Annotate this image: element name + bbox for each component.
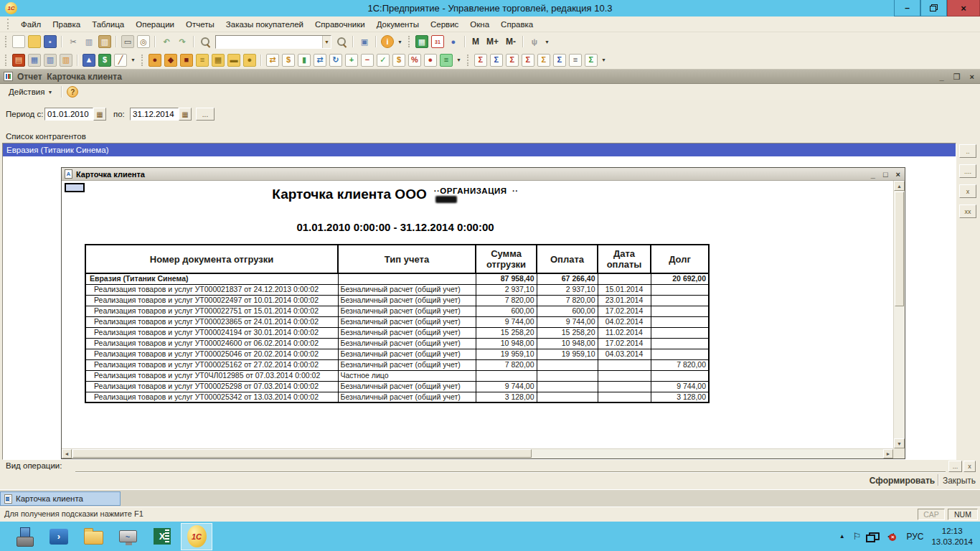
user-permissions-icon[interactable]: ●	[447, 35, 460, 48]
generate-button[interactable]: Сформировать	[868, 476, 936, 486]
find-next-icon[interactable]	[335, 35, 348, 48]
doc-post-icon[interactable]: ✓	[377, 54, 390, 67]
new-document-icon[interactable]	[12, 35, 25, 48]
report-flag-icon[interactable]: Σ	[522, 54, 534, 67]
search-combobox[interactable]: ▼	[215, 35, 331, 49]
info-icon[interactable]: i	[381, 35, 394, 48]
period-from-input[interactable]	[44, 108, 93, 121]
report-orders-icon[interactable]: Σ	[537, 54, 550, 67]
report-minimize-button[interactable]: _	[940, 73, 944, 81]
close-report-button[interactable]: Закрыть	[941, 476, 977, 486]
cash-receipt-icon[interactable]: $	[282, 54, 295, 67]
language-indicator[interactable]: РУС	[906, 532, 923, 542]
find-icon[interactable]	[199, 35, 212, 48]
clock[interactable]: 12:13 13.03.2014	[931, 526, 973, 547]
scroll-down-icon[interactable]: ▼	[894, 438, 905, 448]
scroll-right-icon[interactable]: ►	[883, 449, 893, 458]
calendar-icon[interactable]: 31	[431, 35, 444, 48]
memory-add-button[interactable]: M+	[483, 37, 502, 47]
report-sales-manager-icon[interactable]: Σ	[474, 54, 487, 67]
network-icon[interactable]	[869, 532, 880, 540]
menu-item[interactable]: Таблица	[86, 18, 130, 31]
print-form-icon[interactable]: ▥	[44, 54, 57, 67]
payment-screen-icon[interactable]: $	[98, 54, 111, 67]
tab-client-card[interactable]: Карточка клиента	[0, 491, 121, 506]
list-pick-button[interactable]: ....	[959, 164, 976, 178]
horizontal-scroll-thumb[interactable]	[72, 449, 532, 458]
vertical-scrollbar[interactable]: ▲ ▼	[893, 181, 905, 448]
doc-payment-icon[interactable]: $	[392, 54, 405, 67]
money-coins-icon[interactable]: ≡	[196, 54, 209, 67]
settings-dropdown-caret-icon[interactable]: ▼	[542, 39, 552, 44]
payment-card-icon[interactable]: ▬	[227, 54, 240, 67]
restore-button[interactable]	[920, 0, 947, 17]
card-minimize-button[interactable]: _	[871, 171, 875, 179]
window-list-icon[interactable]: ▣	[358, 35, 371, 48]
list-add-button[interactable]: ..	[959, 144, 976, 158]
menu-item[interactable]: Справочники	[309, 18, 371, 31]
menu-item[interactable]: Правка	[47, 18, 86, 31]
settings-wrench-icon[interactable]: ψ	[528, 35, 541, 48]
minimize-button[interactable]: –	[894, 0, 920, 17]
seller-cash-icon[interactable]: ■	[180, 54, 193, 67]
paste-icon[interactable]: ▥	[98, 35, 111, 48]
copy-icon[interactable]: ▥	[83, 35, 95, 48]
print-preview-icon[interactable]: ◎	[137, 35, 150, 48]
scroll-up-icon[interactable]: ▲	[894, 181, 905, 191]
doc-refresh-icon[interactable]: ↻	[329, 54, 342, 67]
help-button[interactable]: ?	[67, 86, 78, 98]
report-payments-icon[interactable]: Σ	[553, 54, 566, 67]
docs-dropdown-caret-icon[interactable]: ▼	[454, 57, 463, 62]
report-debt-icon[interactable]: Σ	[506, 54, 519, 67]
list-delete-button[interactable]: x	[959, 184, 976, 198]
memory-recall-button[interactable]: M	[468, 37, 483, 47]
coins-stack-icon[interactable]: ●	[243, 54, 256, 67]
report-restore-button[interactable]: ❒	[953, 73, 961, 81]
operation-clear-button[interactable]: x	[963, 461, 976, 472]
menu-item[interactable]: Справка	[495, 18, 539, 31]
report-book-icon[interactable]: ▤	[12, 54, 25, 67]
search-dropdown-icon[interactable]: ▼	[322, 36, 331, 48]
seller-payment-icon[interactable]: ◆	[164, 54, 177, 67]
calculator-icon[interactable]: ▦	[415, 35, 428, 48]
actions-menu-button[interactable]: Действия ▼	[4, 86, 57, 98]
menu-item[interactable]: Сервис	[425, 18, 464, 31]
report-list-icon[interactable]: ≡	[569, 54, 582, 67]
menu-item[interactable]: Документы	[371, 18, 425, 31]
print-report-icon[interactable]: ▦	[28, 54, 41, 67]
signature-icon[interactable]: ╱	[114, 54, 127, 67]
volume-muted-icon[interactable]: ×	[887, 533, 894, 540]
save-icon[interactable]: ▪	[44, 35, 57, 48]
action-center-flag-icon[interactable]: ⚐	[853, 531, 862, 542]
operation-more-button[interactable]: ...	[948, 461, 962, 472]
menu-item[interactable]: Файл	[15, 18, 47, 31]
report-client-summary-icon[interactable]: Σ	[490, 54, 503, 67]
operation-type-field[interactable]	[75, 463, 946, 472]
horizontal-scrollbar[interactable]: ◄ ►	[62, 448, 893, 458]
doc-remove-icon[interactable]: −	[361, 54, 374, 67]
vertical-scroll-thumb[interactable]	[895, 192, 904, 306]
incoming-payment-icon[interactable]: ⇄	[266, 54, 279, 67]
structure-tree-icon[interactable]: ≡	[440, 54, 453, 67]
print-icon[interactable]: ▭	[121, 35, 134, 48]
cashier-report-icon[interactable]: ●	[149, 54, 161, 67]
show-hidden-icons-button[interactable]: ▲	[839, 533, 845, 540]
menu-item[interactable]: Операции	[130, 18, 180, 31]
bank-statement-icon[interactable]: ▦	[212, 54, 225, 67]
search-input[interactable]	[216, 36, 322, 48]
doc-client-icon[interactable]: ●	[424, 54, 437, 67]
period-to-input[interactable]	[130, 108, 179, 121]
list-clear-button[interactable]: xx	[959, 204, 976, 218]
info-dropdown-caret-icon[interactable]: ▼	[395, 39, 405, 44]
contractor-list-selected-row[interactable]: Евразия (Титаник Синема)	[3, 143, 956, 156]
menu-item[interactable]: Окна	[464, 18, 495, 31]
print-ticket-icon[interactable]: ▥	[60, 54, 72, 67]
sales-chart-icon[interactable]: ▮	[298, 54, 311, 67]
menu-item[interactable]: Заказы покупателей	[220, 18, 309, 31]
period-from-calendar-icon[interactable]: ▦	[93, 108, 106, 121]
menu-item[interactable]: Отчеты	[180, 18, 220, 31]
undo-icon[interactable]: ↶	[160, 35, 173, 48]
report-check-icon[interactable]: Σ	[585, 54, 598, 67]
card-close-button[interactable]: ×	[896, 171, 900, 179]
period-more-button[interactable]: ...	[196, 108, 215, 121]
